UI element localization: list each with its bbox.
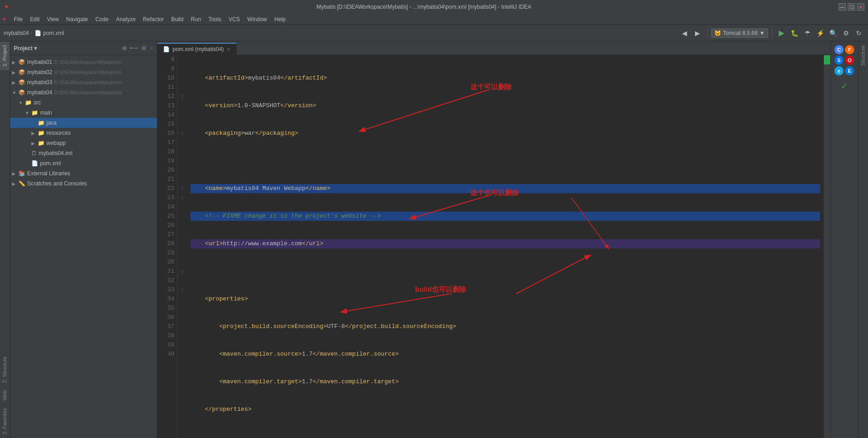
app-logo: ✦ [2, 16, 6, 23]
check-mark: ✓ [841, 81, 848, 91]
tree-arrow-scratches: ▶ [12, 181, 18, 186]
menu-navigate[interactable]: Navigate [63, 15, 92, 23]
tab-favorites[interactable]: 2: Favorites [0, 404, 10, 438]
tab-right-structure[interactable]: Structure [858, 41, 868, 69]
tree-item-external-libs[interactable]: ▶ 📚 External Libraries [10, 168, 157, 179]
code-line-21 [191, 432, 820, 438]
module-icon-mybatis04: 📦 [18, 89, 25, 96]
browser-icon-ie[interactable]: e [834, 66, 844, 75]
tree-item-mybatis03[interactable]: ▶ 📦 mybatis03 D:\IDEAWorkspace\Mybatis\m [10, 77, 157, 87]
scratches-label: Scratches and Consoles [27, 180, 87, 187]
browser-icon-firefox[interactable]: F [845, 45, 854, 54]
menu-run[interactable]: Run [187, 15, 205, 23]
project-minimize-btn[interactable]: − [150, 45, 153, 52]
tab-structure[interactable]: Z: Structure [0, 353, 10, 386]
menu-vcs[interactable]: VCS [225, 15, 244, 23]
breadcrumb-file: 📄 pom.xml [35, 30, 64, 36]
minimize-button[interactable]: — [839, 3, 846, 11]
tree-arrow-main: ▼ [25, 110, 31, 115]
editor-area: 📄 pom.xml (mybatis04) ✕ 8 9 10 11 12 13 … [157, 41, 830, 438]
code-line-15 [191, 267, 820, 276]
tree-item-webapp[interactable]: ▶ 📁 webapp [10, 138, 157, 148]
project-title: Project ▾ [14, 45, 119, 52]
menu-refactor[interactable]: Refactor [139, 15, 168, 23]
browser-icon-opera[interactable]: O [845, 56, 854, 65]
code-editor[interactable]: 8 9 10 11 12 13 14 15 16 17 18 19 20 21 … [157, 55, 824, 438]
project-sync-btn[interactable]: ⊕ [122, 45, 127, 52]
tomcat-dropdown-icon: ▼ [759, 30, 765, 36]
browser-icons-row: C F S O e E [833, 45, 856, 75]
code-content: <artifactId>mybatis04</artifactId> <vers… [187, 55, 824, 438]
run-button[interactable]: ▶ [776, 28, 787, 39]
tree-item-mybatis02[interactable]: ▶ 📦 mybatis02 D:\IDEAWorkspace\Mybatis\m [10, 67, 157, 77]
menu-code[interactable]: Code [92, 15, 112, 23]
tree-item-src[interactable]: ▼ 📁 src [10, 98, 157, 108]
menu-help[interactable]: Help [271, 15, 289, 23]
tree-item-scratches[interactable]: ▶ ✏️ Scratches and Consoles [10, 179, 157, 189]
code-line-9: <version>1.0-SNAPSHOT</version> [191, 101, 820, 110]
tree-item-mybatis01[interactable]: ▶ 📦 mybatis01 D:\IDEAWorkspace\Mybatis\m [10, 57, 157, 67]
tab-pomxml[interactable]: 📄 pom.xml (mybatis04) ✕ [157, 43, 237, 55]
folder-icon-src: 📁 [25, 99, 32, 106]
code-line-10: <packaging>war</packaging> [191, 129, 820, 138]
tree-arrow-mybatis04: ▼ [12, 90, 18, 95]
toolbar-sep2 [772, 29, 772, 38]
update-button[interactable]: ↻ [853, 28, 864, 39]
project-collapse-btn[interactable]: ⟵ [130, 45, 139, 52]
right-gutter [824, 55, 830, 438]
browser-icon-chrome[interactable]: C [834, 45, 844, 54]
tab-project[interactable]: 1: Project [0, 41, 10, 70]
title-bar-left: ✦ [4, 3, 9, 11]
right-gutter-top [824, 55, 830, 64]
coverage-button[interactable]: ☂ [802, 28, 813, 39]
gutter: ▽ ▽ ▽ ▽ [178, 55, 187, 438]
tree-item-java[interactable]: 📁 java [10, 118, 157, 128]
breadcrumb-project: mybatis04 [4, 30, 29, 36]
search-everywhere-button[interactable]: 🔍 [827, 28, 839, 39]
forward-button[interactable]: ▶ [692, 28, 703, 39]
menu-build[interactable]: Build [168, 15, 187, 23]
code-line-16: <properties> [191, 294, 820, 304]
profile-button[interactable]: ⚡ [815, 28, 826, 39]
browser-panel: C F S O e E ✓ [830, 41, 858, 438]
menu-edit[interactable]: Edit [26, 15, 43, 23]
debug-button[interactable]: 🐛 [789, 28, 800, 39]
menu-analyze[interactable]: Analyze [112, 15, 139, 23]
tree-item-iml[interactable]: 🗒 mybatis04.iml [10, 148, 157, 158]
menu-tools[interactable]: Tools [205, 15, 225, 23]
tomcat-selector[interactable]: 🐱 Tomcat 8.5.68 ▼ [711, 29, 768, 38]
iml-icon: 🗒 [31, 150, 37, 156]
tree-arrow-external-libs: ▶ [12, 171, 18, 176]
tomcat-label: Tomcat 8.5.68 [723, 30, 758, 36]
folder-icon-webapp: 📁 [38, 140, 45, 146]
menu-window[interactable]: Window [243, 15, 271, 23]
project-gear-btn[interactable]: ⚙ [141, 45, 147, 52]
menu-file[interactable]: File [10, 15, 26, 23]
tab-web[interactable]: Web [0, 386, 10, 404]
back-button[interactable]: ◀ [679, 28, 690, 39]
browser-icon-edge[interactable]: E [845, 66, 854, 75]
main-content: 1: Project Z: Structure Web 2: Favorites… [0, 41, 868, 438]
settings-button[interactable]: ⚙ [840, 28, 851, 39]
tree-item-main[interactable]: ▼ 📁 main [10, 108, 157, 118]
tree-arrow-mybatis02: ▶ [12, 70, 18, 75]
breadcrumb: mybatis04 › 📄 pom.xml [4, 30, 64, 36]
editor-wrapper: 8 9 10 11 12 13 14 15 16 17 18 19 20 21 … [157, 55, 830, 438]
close-button[interactable]: ✕ [857, 3, 864, 11]
tree-item-pomxml[interactable]: 📄 pom.xml [10, 158, 157, 168]
code-line-12: <name>mybatis04 Maven Webapp</name> [191, 184, 820, 193]
code-line-20: </properties> [191, 405, 820, 414]
tree-arrow-mybatis03: ▶ [12, 80, 18, 85]
tree-arrow-resources: ▶ [31, 131, 38, 136]
tab-close-pomxml[interactable]: ✕ [226, 46, 231, 52]
browser-icon-safari[interactable]: S [834, 56, 844, 65]
tab-label-pomxml: pom.xml (mybatis04) [173, 46, 224, 52]
app-icon: ✦ [4, 3, 9, 11]
tree-item-mybatis04[interactable]: ▼ 📦 mybatis04 D:\IDEAWorkspace\Mybatis\m [10, 87, 157, 98]
side-tabs-right: Structure [858, 41, 868, 438]
menu-view[interactable]: View [43, 15, 63, 23]
toolbar-sep1 [707, 29, 707, 38]
module-icon-mybatis01: 📦 [18, 59, 25, 65]
tree-item-resources[interactable]: ▶ 📁 resources [10, 128, 157, 138]
maximize-button[interactable]: ☐ [848, 3, 855, 11]
